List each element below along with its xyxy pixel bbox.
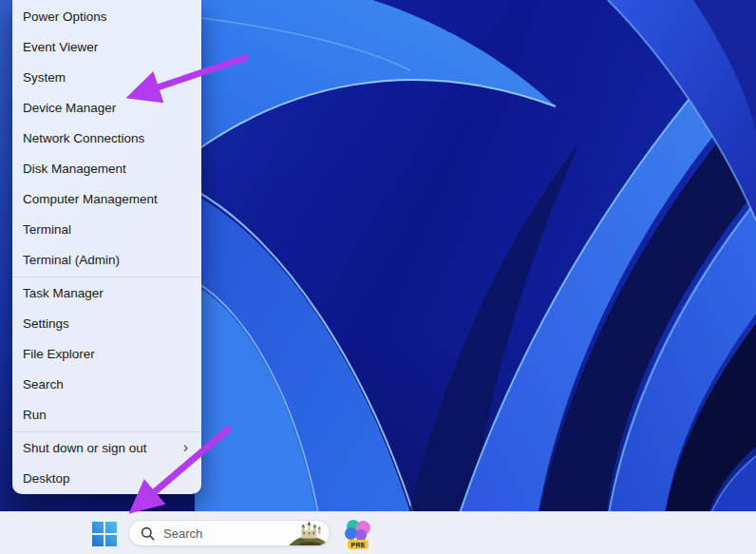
search-placeholder: Search <box>163 526 202 541</box>
start-button[interactable] <box>85 515 123 553</box>
menu-item-power-options[interactable]: Power Options <box>14 2 199 32</box>
search-icon <box>141 526 155 541</box>
menu-item-computer-management[interactable]: Computer Management <box>14 184 199 215</box>
menu-item-terminal[interactable]: Terminal <box>14 215 199 245</box>
chevron-right-icon: › <box>183 440 188 455</box>
menu-item-system[interactable]: System <box>14 63 199 93</box>
menu-separator <box>12 277 201 277</box>
menu-item-shut-down-or-sign-out[interactable]: Shut down or sign out › <box>14 433 199 464</box>
menu-item-label: Shut down or sign out <box>23 433 147 464</box>
menu-separator <box>12 431 201 432</box>
windows-logo-icon <box>92 522 117 546</box>
menu-item-file-explorer[interactable]: File Explorer <box>14 339 199 370</box>
menu-item-task-manager[interactable]: Task Manager <box>14 278 199 309</box>
taskbar: Search <box>0 511 756 554</box>
menu-item-event-viewer[interactable]: Event Viewer <box>14 32 199 63</box>
menu-item-settings[interactable]: Settings <box>14 309 199 339</box>
menu-item-network-connections[interactable]: Network Connections <box>14 124 199 154</box>
menu-item-run[interactable]: Run <box>14 400 199 430</box>
copilot-preview-button[interactable]: PRE <box>344 518 376 549</box>
menu-item-disk-management[interactable]: Disk Management <box>14 154 199 184</box>
winx-menu: Power Options Event Viewer System Device… <box>12 0 201 494</box>
menu-item-desktop[interactable]: Desktop <box>14 464 199 494</box>
taskbar-search-box[interactable]: Search <box>128 520 331 546</box>
preview-badge: PRE <box>348 540 369 549</box>
desktop-screen: Power Options Event Viewer System Device… <box>0 0 756 554</box>
menu-item-device-manager[interactable]: Device Manager <box>14 93 199 124</box>
menu-item-terminal-admin[interactable]: Terminal (Admin) <box>14 245 199 276</box>
menu-item-search[interactable]: Search <box>14 370 199 400</box>
bing-daily-image-castle <box>286 521 330 545</box>
